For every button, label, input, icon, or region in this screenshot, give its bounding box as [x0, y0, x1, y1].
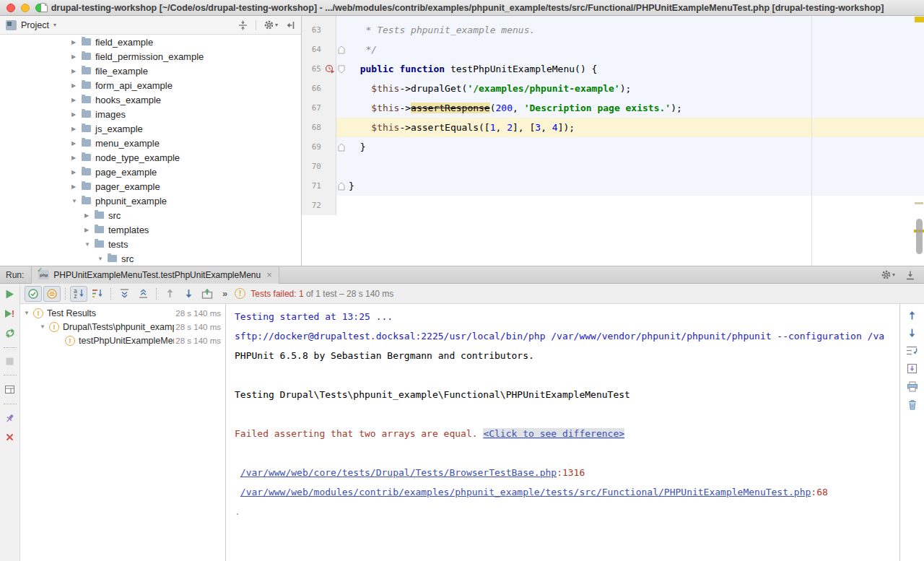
expand-arrow-icon[interactable]: ▶ — [71, 82, 80, 89]
code-text[interactable] — [346, 157, 924, 176]
test-tree-row[interactable]: ▼!Test Results28 s 140 ms — [20, 306, 225, 320]
project-tree-item[interactable]: ▼src — [0, 251, 301, 266]
stop-icon[interactable] — [5, 357, 14, 366]
project-tree-item[interactable]: ▶pager_example — [0, 179, 301, 193]
collapse-all-icon[interactable] — [134, 286, 152, 302]
code-editor[interactable]: 63 * Tests phpunit_example menus.64 */65… — [302, 16, 924, 266]
expand-arrow-icon[interactable]: ▶ — [84, 212, 93, 219]
project-tree-item[interactable]: ▶file_example — [0, 64, 301, 78]
expand-arrow-icon[interactable]: ▶ — [71, 111, 80, 118]
expand-arrow-icon[interactable]: ▶ — [71, 155, 80, 161]
collapse-arrow-icon[interactable]: ▼ — [71, 198, 80, 204]
expand-arrow-icon[interactable]: ▶ — [71, 97, 80, 103]
collapse-arrow-icon[interactable]: ▼ — [84, 241, 93, 248]
close-window-button[interactable] — [6, 4, 15, 12]
project-tree-item[interactable]: ▶js_example — [0, 121, 301, 136]
expand-arrow-icon[interactable]: ▶ — [71, 39, 80, 45]
collapse-arrow-icon[interactable]: ▼ — [40, 323, 49, 330]
collapse-arrow-icon[interactable]: ▼ — [24, 310, 33, 316]
project-tree-item[interactable]: ▶menu_example — [0, 136, 301, 150]
sort-by-duration-icon[interactable] — [89, 286, 106, 302]
scroll-to-top-icon[interactable] — [907, 310, 917, 321]
sort-alphabetically-icon[interactable]: az — [70, 286, 87, 302]
pin-icon[interactable] — [4, 413, 15, 424]
chevron-down-icon[interactable]: ▾ — [53, 22, 56, 28]
error-stripe-mark[interactable] — [915, 17, 924, 22]
expand-arrow-icon[interactable]: ▶ — [84, 227, 93, 233]
project-tree-item[interactable]: ▶images — [0, 107, 301, 121]
print-icon[interactable] — [907, 381, 918, 392]
project-panel-title[interactable]: Project — [21, 20, 49, 30]
hide-toolwindow-icon[interactable] — [905, 270, 915, 280]
minimize-window-button[interactable] — [21, 4, 30, 12]
rerun-failed-tests-icon[interactable]: ! — [4, 308, 16, 319]
project-tree-item[interactable]: ▶templates — [0, 222, 301, 237]
project-tree-item[interactable]: ▼tests — [0, 237, 301, 251]
code-text[interactable]: } — [346, 137, 924, 157]
code-text[interactable] — [346, 196, 924, 215]
console-link[interactable]: /var/www/web/modules/contrib/examples/ph… — [240, 487, 811, 497]
fold-end-icon[interactable] — [338, 143, 345, 152]
code-text[interactable]: */ — [346, 40, 924, 59]
test-console-output[interactable]: Testing started at 13:25 ...sftp://docke… — [226, 304, 899, 561]
console-line: /var/www/web/core/tests/Drupal/Tests/Bro… — [235, 463, 899, 482]
scroll-to-bottom-icon[interactable] — [907, 328, 917, 338]
fold-end-icon[interactable] — [338, 45, 345, 54]
project-tree-item[interactable]: ▶hooks_example — [0, 92, 301, 107]
show-passed-icon[interactable] — [25, 286, 42, 302]
code-token: 'Description page exists.' — [524, 103, 671, 113]
project-tree-item[interactable]: ▶page_example — [0, 165, 301, 179]
error-stripe-mark[interactable] — [915, 202, 923, 204]
code-text[interactable]: } — [346, 176, 924, 196]
test-tree-row[interactable]: !testPhpUnitExampleMenu28 s 140 ms — [20, 334, 225, 347]
expand-arrow-icon[interactable]: ▶ — [71, 68, 80, 74]
toggle-auto-test-icon[interactable] — [4, 328, 16, 339]
console-line: sftp://docker@drupaltest.docksal:2225/us… — [235, 326, 899, 346]
clock-test-failed-icon[interactable] — [325, 64, 335, 74]
expand-arrow-icon[interactable]: ▶ — [71, 140, 80, 147]
more-actions-icon[interactable]: » — [222, 288, 227, 299]
collapse-arrow-icon[interactable]: ▼ — [97, 256, 106, 262]
next-occurrence-icon[interactable] — [180, 286, 197, 302]
project-tree-item[interactable]: ▶field_permission_example — [0, 49, 301, 64]
code-text[interactable]: $this->drupalGet('/examples/phpunit-exam… — [346, 79, 924, 98]
code-text[interactable]: public function testPhpUnitExampleMenu()… — [346, 59, 924, 79]
project-tree-item[interactable]: ▶node_type_example — [0, 150, 301, 165]
restore-layout-icon[interactable] — [4, 384, 15, 395]
separator — [256, 20, 256, 30]
console-link[interactable]: <Click to see difference> — [483, 428, 624, 439]
scroll-from-source-icon[interactable] — [237, 20, 248, 30]
code-text[interactable]: * Tests phpunit_example menus. — [346, 20, 924, 40]
console-text: sftp://docker@drupaltest.docksal:2225/us… — [235, 331, 884, 342]
code-text[interactable]: $this->assertEquals([1, 2], [3, 4]); — [346, 118, 924, 137]
hide-panel-icon[interactable] — [285, 20, 295, 30]
expand-arrow-icon[interactable]: ▶ — [71, 183, 80, 190]
clear-all-icon[interactable] — [907, 399, 918, 410]
code-token: assertResponse — [411, 103, 490, 113]
close-icon[interactable] — [5, 432, 14, 442]
expand-arrow-icon[interactable]: ▶ — [71, 169, 80, 175]
expand-all-icon[interactable] — [116, 286, 133, 302]
console-link[interactable]: /var/www/web/core/tests/Drupal/Tests/Bro… — [240, 467, 557, 478]
fold-end-icon[interactable] — [338, 182, 345, 191]
rerun-icon[interactable] — [4, 289, 15, 300]
import-export-results-icon[interactable] — [199, 286, 216, 302]
settings-gear-icon[interactable]: ▾ — [881, 269, 895, 280]
settings-gear-icon[interactable]: ▾ — [263, 19, 278, 30]
expand-arrow-icon[interactable]: ▶ — [71, 126, 80, 132]
project-tree-item[interactable]: ▼phpunit_example — [0, 193, 301, 208]
test-tree-row[interactable]: ▼!Drupal\Tests\phpunit_example\Functiona… — [20, 320, 225, 334]
show-ignored-icon[interactable] — [43, 286, 61, 302]
code-text[interactable]: $this->assertResponse(200, 'Description … — [346, 98, 924, 118]
previous-occurrence-icon[interactable] — [161, 286, 178, 302]
editor-scrollbar-thumb[interactable] — [916, 219, 923, 254]
scroll-to-end-icon[interactable] — [907, 363, 918, 374]
run-tab[interactable]: php✓ PHPUnitExampleMenuTest.testPhpUnitE… — [31, 266, 279, 284]
close-tab-icon[interactable]: × — [266, 269, 272, 280]
project-tree-item[interactable]: ▶field_example — [0, 35, 301, 49]
soft-wrap-icon[interactable] — [906, 345, 918, 356]
project-tree-item[interactable]: ▶form_api_example — [0, 78, 301, 92]
expand-arrow-icon[interactable]: ▶ — [71, 53, 80, 60]
project-tree-item[interactable]: ▶src — [0, 208, 301, 222]
fold-start-icon[interactable] — [338, 65, 345, 74]
